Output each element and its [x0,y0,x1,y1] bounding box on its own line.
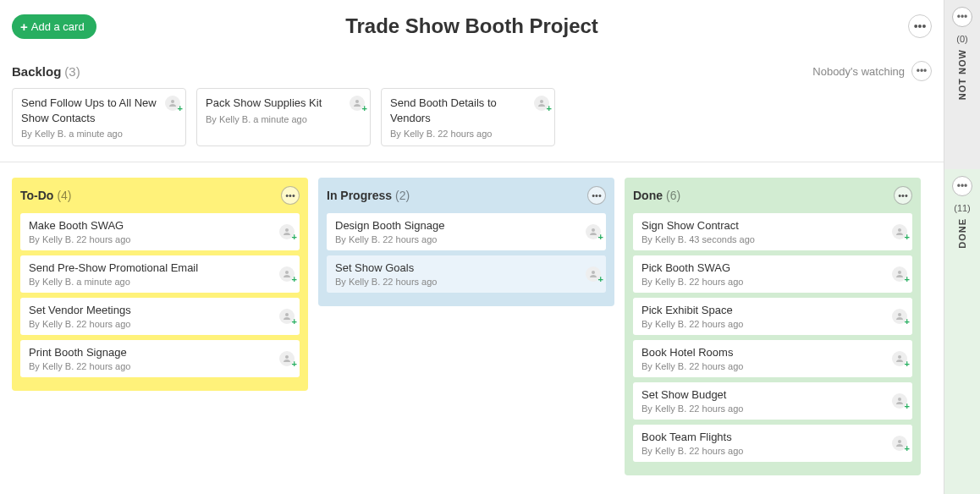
rail-count: (0) [956,34,967,44]
card-title: Set Show Budget [641,388,887,401]
card-meta: By Kelly B. a minute ago [206,114,344,124]
assign-avatar[interactable] [892,393,907,409]
kanban-card[interactable]: Print Booth Signage By Kelly B. 22 hours… [20,340,300,377]
kanban-card[interactable]: Sign Show Contract By Kelly B. 43 second… [633,213,912,250]
side-rail: ••• (0) NOT NOW ••• (11) DONE [944,0,980,494]
svg-point-14 [898,440,901,443]
backlog-watching: Nobody's watching [812,65,905,78]
backlog-card[interactable]: Pack Show Supplies Kit By Kelly B. a min… [196,88,371,146]
card-meta: By Kelly B. 43 seconds ago [641,234,887,244]
rail-label: NOT NOW [957,49,967,100]
card-meta: By Kelly B. 22 hours ago [335,277,581,287]
column-done: Done (6) ••• Sign Show Contract By Kelly… [625,178,921,475]
rail-count: (11) [954,203,971,213]
assign-avatar[interactable] [165,96,180,111]
kanban-card[interactable]: Book Hotel Rooms By Kelly B. 22 hours ag… [633,340,912,377]
card-meta: By Kelly B. 22 hours ago [29,234,274,244]
card-title: Set Vendor Meetings [29,304,274,316]
assign-avatar[interactable] [892,436,907,451]
card-meta: By Kelly B. 22 hours ago [641,319,887,329]
rail-notnow[interactable]: ••• (0) NOT NOW [944,0,980,169]
card-title: Send Booth Details to Vendors [390,96,529,125]
svg-point-6 [285,355,289,359]
assign-avatar[interactable] [279,309,295,324]
backlog-section: Backlog (3) Nobody's watching ••• Send F… [0,52,944,162]
column-menu-button[interactable]: ••• [894,186,912,205]
svg-point-11 [898,313,901,316]
add-card-button[interactable]: + Add a card [12,14,96,39]
card-meta: By Kelly B. 22 hours ago [29,361,274,371]
column-count: (2) [395,189,410,202]
assign-avatar[interactable] [892,224,907,239]
assign-avatar[interactable] [586,224,601,239]
card-title: Send Follow Ups to All New Show Contacts [21,96,160,125]
assign-avatar[interactable] [279,266,295,282]
kanban-card[interactable]: Set Vendor Meetings By Kelly B. 22 hours… [20,298,300,335]
kanban-card[interactable]: Set Show Budget By Kelly B. 22 hours ago [633,382,912,420]
add-card-label: Add a card [31,20,85,33]
column-count: (4) [57,189,71,202]
assign-avatar[interactable] [279,224,295,239]
assign-avatar[interactable] [586,266,601,282]
backlog-count: (3) [64,64,80,79]
assign-avatar[interactable] [279,351,295,366]
kanban-card[interactable]: Make Booth SWAG By Kelly B. 22 hours ago [20,213,300,250]
svg-point-10 [898,271,901,274]
assign-avatar[interactable] [350,96,365,111]
column-todo: To-Do (4) ••• Make Booth SWAG By Kelly B… [12,178,308,391]
column-count: (6) [666,189,680,202]
card-title: Sign Show Contract [641,219,887,232]
card-meta: By Kelly B. a minute ago [29,277,274,287]
assign-avatar[interactable] [892,266,907,282]
rail-menu-button[interactable]: ••• [952,7,972,27]
column-title: In Progress [327,189,392,202]
card-title: Pick Booth SWAG [641,261,887,274]
backlog-card[interactable]: Send Booth Details to Vendors By Kelly B… [381,88,555,146]
svg-point-0 [171,100,174,103]
kanban-card[interactable]: Pick Booth SWAG By Kelly B. 22 hours ago [633,255,912,293]
backlog-card[interactable]: Send Follow Ups to All New Show Contacts… [12,88,186,146]
svg-point-9 [898,228,901,232]
column-header: Done (6) ••• [633,186,912,205]
card-title: Book Team Flights [641,431,887,443]
page-menu-button[interactable]: ••• [908,14,932,38]
svg-point-8 [592,271,595,274]
card-meta: By Kelly B. 22 hours ago [335,234,581,244]
card-meta: By Kelly B. 22 hours ago [641,361,887,371]
rail-done[interactable]: ••• (11) DONE [944,169,980,494]
plus-icon: + [20,20,28,33]
assign-avatar[interactable] [892,309,907,324]
kanban-card[interactable]: Set Show Goals By Kelly B. 22 hours ago [327,255,606,293]
column-in-progress: In Progress (2) ••• Design Booth Signage… [318,178,614,306]
svg-point-5 [285,313,289,316]
rail-label: DONE [957,218,967,249]
card-title: Design Booth Signage [335,219,581,232]
rail-menu-button[interactable]: ••• [952,176,972,196]
kanban-card[interactable]: Design Booth Signage By Kelly B. 22 hour… [327,213,606,250]
backlog-title: Backlog [12,64,61,79]
card-meta: By Kelly B. 22 hours ago [29,319,274,329]
column-header: To-Do (4) ••• [20,186,300,205]
column-menu-button[interactable]: ••• [281,186,300,205]
kanban-card[interactable]: Pick Exhibit Space By Kelly B. 22 hours … [633,298,912,335]
svg-point-12 [898,355,901,359]
card-meta: By Kelly B. 22 hours ago [641,403,887,414]
column-header: In Progress (2) ••• [327,186,606,205]
card-meta: By Kelly B. 22 hours ago [641,446,887,456]
backlog-header: Backlog (3) Nobody's watching ••• [12,61,932,81]
kanban-card[interactable]: Book Team Flights By Kelly B. 22 hours a… [633,425,912,462]
assign-avatar[interactable] [892,351,907,366]
column-menu-button[interactable]: ••• [587,186,606,205]
assign-avatar[interactable] [534,96,549,111]
svg-point-7 [592,228,595,232]
kanban-columns: To-Do (4) ••• Make Booth SWAG By Kelly B… [0,162,944,491]
svg-point-13 [898,398,901,401]
backlog-menu-button[interactable]: ••• [911,61,932,81]
column-title: To-Do [20,189,53,202]
card-title: Pack Show Supplies Kit [206,96,344,111]
card-title: Book Hotel Rooms [641,346,887,359]
kanban-card[interactable]: Send Pre-Show Promotional Email By Kelly… [20,255,300,293]
svg-point-2 [540,100,543,103]
add-column-button[interactable]: + [0,491,944,494]
svg-point-4 [285,271,289,274]
